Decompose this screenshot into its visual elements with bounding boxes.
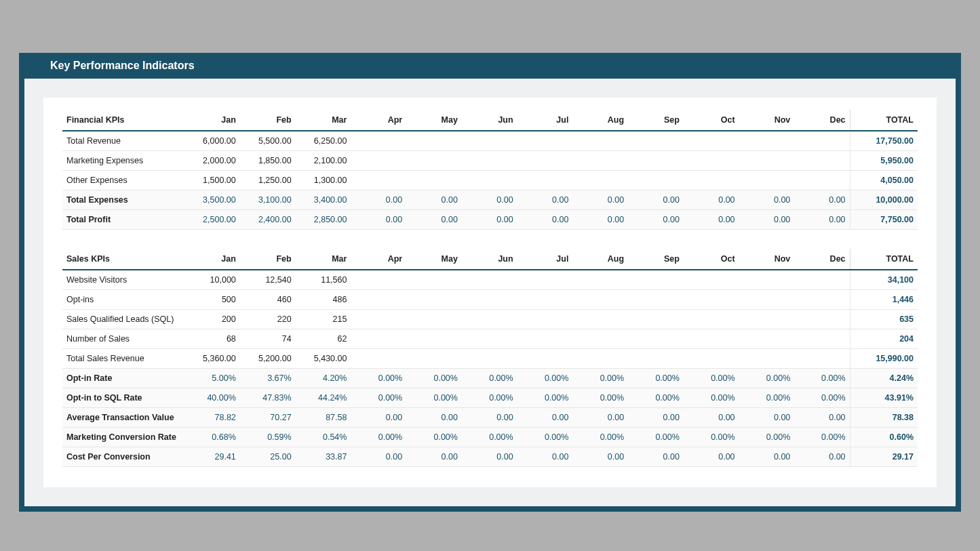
cell (517, 131, 573, 151)
cell: 0.00 (462, 447, 517, 466)
col-header: May (406, 249, 462, 270)
cell: 0.00 (462, 210, 517, 230)
row-total: 7,750.00 (850, 210, 918, 230)
cell (517, 309, 573, 329)
col-header: Sep (628, 249, 684, 270)
cell (628, 270, 684, 290)
cell (794, 289, 850, 309)
col-mar: Mar (296, 110, 351, 131)
cell: 0.00 (351, 447, 406, 466)
cell: 0.00% (572, 388, 628, 407)
cell: 0.00% (684, 427, 739, 447)
table-row: Website Visitors10,00012,54011,56034,100 (62, 270, 918, 290)
col-header: Feb (240, 249, 296, 270)
table-row: Other Expenses1,500.001,250.001,300.004,… (62, 171, 918, 190)
col-nov: Nov (739, 110, 795, 131)
col-header: Nov (739, 249, 795, 270)
cell: 0.00 (684, 190, 739, 210)
row-label: Marketing Conversion Rate (62, 427, 184, 447)
cell: 0.00 (517, 447, 573, 466)
cell (572, 270, 628, 290)
cell (462, 151, 517, 171)
cell (628, 171, 684, 190)
cell (572, 289, 628, 309)
cell (684, 289, 739, 309)
cell (628, 151, 684, 171)
col-jan: Jan (184, 110, 240, 131)
cell: 1,850.00 (240, 151, 296, 171)
cell (739, 329, 795, 348)
cell (572, 131, 628, 151)
cell: 0.00 (351, 210, 406, 230)
row-total: 43.91% (850, 388, 918, 407)
cell (739, 348, 795, 368)
cell (351, 270, 406, 290)
col-header: Dec (794, 249, 850, 270)
cell: 0.00 (684, 407, 739, 427)
cell (517, 171, 573, 190)
cell: 0.00% (517, 368, 573, 388)
cell (406, 151, 462, 171)
cell: 0.00% (517, 388, 573, 407)
panel-title: Key Performance Indicators (19, 53, 961, 79)
cell: 486 (296, 289, 351, 309)
cell (572, 309, 628, 329)
col-aug: Aug (572, 110, 628, 131)
cell (462, 309, 517, 329)
cell (794, 329, 850, 348)
cell (628, 329, 684, 348)
cell (406, 289, 462, 309)
cell (794, 348, 850, 368)
cell: 0.00 (739, 447, 795, 466)
cell: 0.00 (462, 190, 517, 210)
cell (739, 151, 795, 171)
cell (684, 348, 739, 368)
cell: 0.00 (739, 407, 795, 427)
cell: 0.00% (462, 427, 517, 447)
row-total: 635 (850, 309, 918, 329)
cell: 0.00 (462, 407, 517, 427)
cell: 215 (296, 309, 351, 329)
cell: 47.83% (240, 388, 296, 407)
table-row: Sales Qualified Leads (SQL)200220215635 (62, 309, 918, 329)
cell (739, 171, 795, 190)
table-row: Opt-in Rate5.00%3.67%4.20%0.00%0.00%0.00… (62, 368, 918, 388)
cell (628, 309, 684, 329)
cell (517, 151, 573, 171)
table-head: Financial KPIs Jan Feb Mar Apr May Jun J… (62, 110, 918, 131)
cell: 0.00 (406, 210, 462, 230)
cell (739, 131, 795, 151)
cell: 0.00% (739, 388, 795, 407)
cell: 220 (240, 309, 296, 329)
cell (628, 131, 684, 151)
table-row: Total Sales Revenue5,360.005,200.005,430… (62, 348, 918, 368)
cell: 0.00 (406, 447, 462, 466)
cell (462, 348, 517, 368)
cell: 0.00% (684, 368, 739, 388)
cell: 87.58 (296, 407, 351, 427)
cell (406, 270, 462, 290)
row-label: Cost Per Conversion (62, 447, 184, 466)
table-row: Total Profit2,500.002,400.002,850.000.00… (62, 210, 918, 230)
cell: 0.00% (684, 388, 739, 407)
cell (351, 348, 406, 368)
cell: 0.68% (184, 427, 240, 447)
cell: 0.00% (628, 368, 684, 388)
cell: 0.00% (572, 427, 628, 447)
cell: 0.59% (240, 427, 296, 447)
cell: 0.00% (572, 368, 628, 388)
table-row: Marketing Expenses2,000.001,850.002,100.… (62, 151, 918, 171)
cell (517, 329, 573, 348)
cell (572, 171, 628, 190)
cell: 0.00 (684, 210, 739, 230)
cell: 5.00% (184, 368, 240, 388)
col-jul: Jul (517, 110, 573, 131)
row-label: Number of Sales (62, 329, 184, 348)
cell: 0.00 (572, 190, 628, 210)
cell: 0.00 (794, 190, 850, 210)
row-label: Total Profit (62, 210, 184, 230)
cell (462, 289, 517, 309)
panel-body: Financial KPIs Jan Feb Mar Apr May Jun J… (24, 79, 956, 506)
col-header: Apr (351, 249, 406, 270)
cell: 1,300.00 (296, 171, 351, 190)
